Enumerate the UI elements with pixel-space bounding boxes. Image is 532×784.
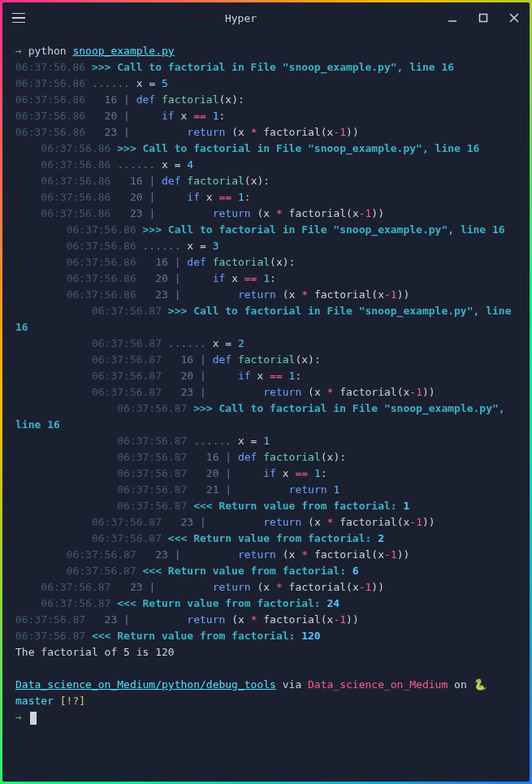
hamburger-menu[interactable] — [12, 13, 35, 23]
terminal-output[interactable]: → python snoop_example.py06:37:56.86 >>>… — [2, 33, 530, 782]
title-bar: Hyper — [2, 2, 530, 33]
svg-rect-1 — [479, 15, 487, 22]
maximize-icon[interactable] — [478, 12, 489, 24]
app-window: Hyper → python snoop_example.py06:37:56.… — [2, 2, 530, 782]
cursor — [30, 712, 37, 725]
app-title: Hyper — [225, 12, 257, 24]
close-icon[interactable] — [508, 12, 520, 24]
window-controls — [447, 12, 520, 24]
minimize-icon[interactable] — [447, 12, 458, 24]
